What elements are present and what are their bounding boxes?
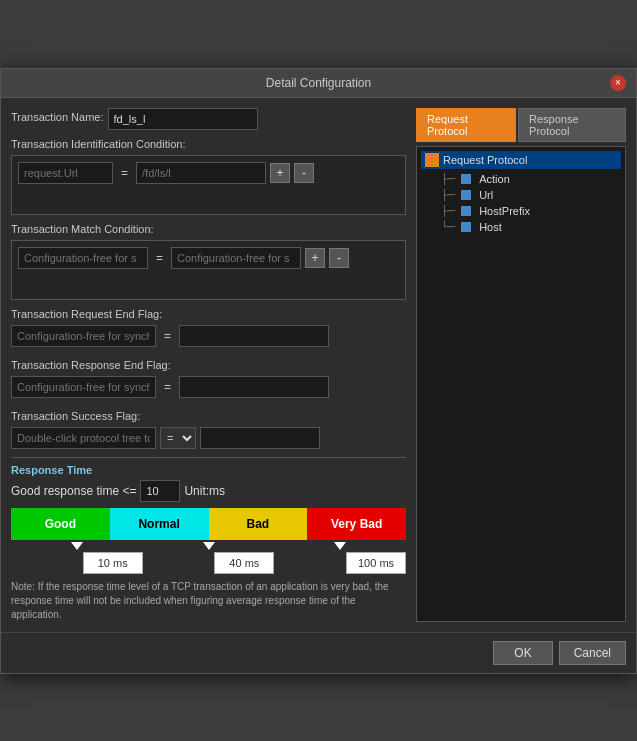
tree-icon-hostprefix (461, 206, 471, 216)
match-row: = + - (18, 247, 399, 269)
identification-box: = + - (11, 155, 406, 215)
normal-bar-label: Normal (138, 517, 179, 531)
success-flag-row: = != (11, 427, 406, 449)
request-end-flag-section: Transaction Request End Flag: = (11, 308, 406, 351)
tree-connector-action: ├─ (441, 173, 455, 184)
tree-connector-hostprefix: ├─ (441, 205, 455, 216)
threshold-3-arrow (334, 542, 346, 550)
tree-item-hostprefix[interactable]: ├─ HostPrefix (421, 203, 621, 219)
response-end-flag-right[interactable] (179, 376, 329, 398)
good-bar: Good (11, 508, 110, 540)
request-end-flag-equals: = (160, 329, 175, 343)
identification-add-button[interactable]: + (270, 163, 290, 183)
tree-icon-url (461, 190, 471, 200)
verybad-bar: Very Bad (307, 508, 406, 540)
match-label: Transaction Match Condition: (11, 223, 406, 235)
protocol-tree: Request Protocol ├─ Action ├─ Url ├─ Hos… (416, 146, 626, 622)
response-end-flag-equals: = (160, 380, 175, 394)
response-time-title: Response Time (11, 464, 406, 476)
threshold-row (11, 542, 406, 574)
detail-configuration-dialog: Detail Configuration × Transaction Name:… (0, 68, 637, 674)
identification-equals: = (117, 166, 132, 180)
good-response-input[interactable] (140, 480, 180, 502)
success-flag-value[interactable] (200, 427, 320, 449)
match-box: = + - (11, 240, 406, 300)
transaction-name-section: Transaction Name: (11, 108, 406, 130)
identification-section: Transaction Identification Condition: = … (11, 138, 406, 215)
tree-item-url[interactable]: ├─ Url (421, 187, 621, 203)
match-remove-button[interactable]: - (329, 248, 349, 268)
verybad-bar-label: Very Bad (331, 517, 382, 531)
threshold-2-arrow (203, 542, 215, 550)
match-add-button[interactable]: + (305, 248, 325, 268)
dialog-title: Detail Configuration (27, 76, 610, 90)
tree-icon-action (461, 174, 471, 184)
request-end-flag-row: = (11, 325, 406, 347)
match-left-input[interactable] (18, 247, 148, 269)
response-end-flag-label: Transaction Response End Flag: (11, 359, 406, 371)
title-bar: Detail Configuration × (1, 69, 636, 98)
transaction-name-input[interactable] (108, 108, 258, 130)
response-time-section: Response Time Good response time <= Unit… (11, 457, 406, 622)
tree-label-action: Action (479, 173, 510, 185)
transaction-name-row: Transaction Name: (11, 108, 406, 130)
success-flag-label: Transaction Success Flag: (11, 410, 406, 422)
threshold-3-container (274, 542, 406, 574)
tree-label-host: Host (479, 221, 502, 233)
note-text: Note: If the response time level of a TC… (11, 580, 406, 622)
tree-label-hostprefix: HostPrefix (479, 205, 530, 217)
tree-root-icon (425, 153, 439, 167)
request-end-flag-label: Transaction Request End Flag: (11, 308, 406, 320)
unit-label: Unit:ms (184, 484, 225, 498)
identification-right-input[interactable] (136, 162, 266, 184)
request-end-flag-left[interactable] (11, 325, 156, 347)
color-bar-container: Good Normal Bad Very Bad (11, 508, 406, 540)
protocol-tabs: Request Protocol Response Protocol (416, 108, 626, 142)
tree-label-url: Url (479, 189, 493, 201)
threshold-1-arrow (71, 542, 83, 550)
dialog-footer: OK Cancel (1, 632, 636, 673)
response-time-row: Good response time <= Unit:ms (11, 480, 406, 502)
request-end-flag-right[interactable] (179, 325, 329, 347)
good-bar-label: Good (45, 517, 76, 531)
response-end-flag-section: Transaction Response End Flag: = (11, 359, 406, 402)
normal-bar: Normal (110, 508, 209, 540)
bad-bar-label: Bad (247, 517, 270, 531)
tree-root-item: Request Protocol (421, 151, 621, 169)
identification-remove-button[interactable]: - (294, 163, 314, 183)
bad-bar: Bad (209, 508, 308, 540)
left-panel: Transaction Name: Transaction Identifica… (11, 108, 406, 622)
dialog-body: Transaction Name: Transaction Identifica… (1, 98, 636, 632)
success-flag-section: Transaction Success Flag: = != (11, 410, 406, 449)
right-panel: Request Protocol Response Protocol Reque… (416, 108, 626, 622)
match-right-input[interactable] (171, 247, 301, 269)
success-flag-left[interactable] (11, 427, 156, 449)
tree-item-action[interactable]: ├─ Action (421, 171, 621, 187)
cancel-button[interactable]: Cancel (559, 641, 626, 665)
tree-item-host[interactable]: └─ Host (421, 219, 621, 235)
match-equals: = (152, 251, 167, 265)
close-button[interactable]: × (610, 75, 626, 91)
threshold-1-input[interactable] (83, 552, 143, 574)
tree-icon-host (461, 222, 471, 232)
response-end-flag-left[interactable] (11, 376, 156, 398)
response-end-flag-row: = (11, 376, 406, 398)
match-section: Transaction Match Condition: = + - (11, 223, 406, 300)
tree-root-label: Request Protocol (443, 154, 527, 166)
identification-row: = + - (18, 162, 399, 184)
tree-connector-url: ├─ (441, 189, 455, 200)
threshold-2-input[interactable] (214, 552, 274, 574)
good-response-label: Good response time <= (11, 484, 136, 498)
tree-connector-host: └─ (441, 221, 455, 232)
ok-button[interactable]: OK (493, 641, 552, 665)
threshold-2-container (143, 542, 275, 574)
request-protocol-tab[interactable]: Request Protocol (416, 108, 516, 142)
threshold-3-input[interactable] (346, 552, 406, 574)
identification-left-input[interactable] (18, 162, 113, 184)
transaction-name-label: Transaction Name: (11, 111, 104, 123)
response-protocol-tab[interactable]: Response Protocol (518, 108, 626, 142)
threshold-1-container (11, 542, 143, 574)
success-flag-op[interactable]: = != (160, 427, 196, 449)
identification-label: Transaction Identification Condition: (11, 138, 406, 150)
